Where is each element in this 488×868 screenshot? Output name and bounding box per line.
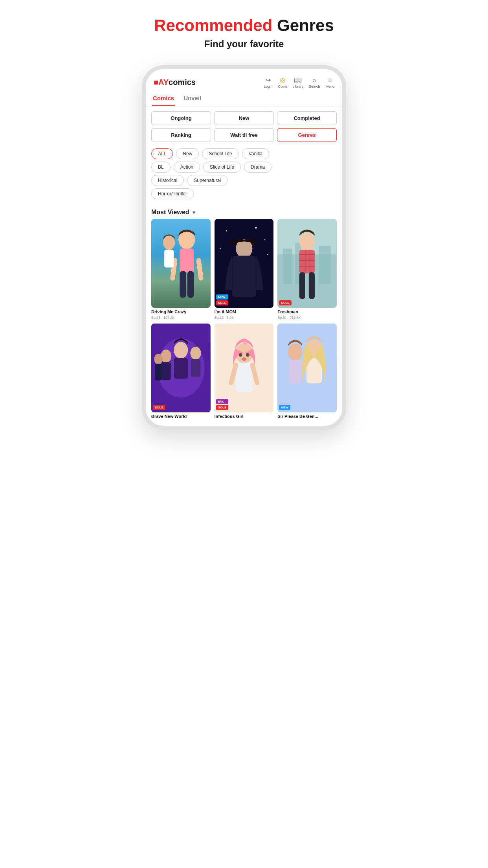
logo-red: ■AY (154, 78, 169, 86)
coins-icon: ◎ (280, 76, 285, 84)
comic-title-bnw: Brave New World (151, 414, 211, 419)
genre-action[interactable]: Action (174, 162, 200, 173)
section-header: Most Viewed ▾ (146, 204, 342, 219)
filter-completed[interactable]: Completed (277, 111, 337, 125)
comic-card-im-a-mom[interactable]: NEW SOLE I'm A MOM Ep.13 · 3.9K (215, 219, 274, 320)
comic-title-dmc: Driving Me Crazy (151, 309, 211, 314)
svg-line-4 (199, 261, 201, 278)
comic-card-brave-new-world[interactable]: SOLE Brave New World (151, 324, 211, 420)
svg-rect-40 (155, 364, 162, 381)
svg-point-54 (288, 344, 302, 360)
login-nav[interactable]: ↪ Login (264, 76, 272, 88)
filter-wait-til-free[interactable]: Wait til free (214, 128, 274, 142)
comic-title-infectious: Infectious Girl (215, 414, 274, 419)
svg-rect-23 (299, 250, 315, 274)
genre-vanilla[interactable]: Vanilla (242, 148, 269, 159)
genre-row-3: Historical Supernatural (151, 175, 337, 186)
comic-card-driving-me-crazy[interactable]: Driving Me Crazy Ep.73 · 107.2K (151, 219, 211, 320)
svg-rect-6 (187, 271, 194, 298)
login-label: Login (264, 85, 272, 88)
comic-thumb-infectious-girl: END SOLE (215, 324, 274, 412)
comic-thumb-freshman: SOLE (277, 219, 337, 308)
svg-point-35 (161, 350, 171, 363)
comic-meta-freshman: Ep.51 · 752.5K (277, 316, 337, 320)
comic-thumb-brave-new-world: SOLE (151, 324, 211, 412)
page-subtitle: Find your favorite (154, 39, 334, 50)
tab-bar: Comics Unveil (146, 92, 342, 107)
badge-sole-bnw: SOLE (153, 405, 165, 410)
badge-sole-infectious: SOLE (216, 405, 229, 410)
svg-rect-1 (180, 249, 194, 272)
filter-new[interactable]: New (214, 111, 274, 125)
filter-ongoing[interactable]: Ongoing (151, 111, 211, 125)
library-nav[interactable]: 📖 Library (292, 76, 303, 88)
genre-row-2: BL Action Slice of Life Drama (151, 162, 337, 173)
svg-rect-29 (299, 272, 305, 299)
coins-nav[interactable]: ◎ Coins (278, 76, 287, 88)
svg-rect-5 (180, 271, 186, 298)
menu-label: Menu (325, 85, 334, 88)
genre-row-1: ALL New School Life Vanilla (151, 148, 337, 159)
comic-card-freshman[interactable]: SOLE Freshman Ep.51 · 752.5K (277, 219, 337, 320)
genre-supernatural[interactable]: Supernatural (187, 175, 227, 186)
svg-point-2 (178, 232, 195, 248)
badge-new-mom: NEW (216, 294, 229, 300)
genre-historical[interactable]: Historical (151, 175, 184, 186)
genre-bl[interactable]: BL (151, 162, 171, 173)
tab-unveil[interactable]: Unveil (183, 92, 202, 106)
tab-comics[interactable]: Comics (152, 92, 175, 106)
svg-point-33 (174, 342, 188, 359)
comic-title-freshman: Freshman (277, 309, 337, 314)
comic-meta-dmc: Ep.73 · 107.2K (151, 316, 211, 320)
comic-grid: Driving Me Crazy Ep.73 · 107.2K (146, 219, 342, 426)
svg-rect-16 (232, 256, 256, 297)
genre-new[interactable]: New (176, 148, 199, 159)
svg-rect-30 (309, 272, 315, 299)
svg-rect-36 (161, 362, 171, 380)
svg-point-22 (299, 233, 315, 250)
genre-drama[interactable]: Drama (244, 162, 272, 173)
badge-container-freshman: SOLE (279, 300, 292, 305)
login-icon: ↪ (266, 76, 271, 84)
svg-rect-19 (283, 249, 292, 284)
genre-school-life[interactable]: School Life (202, 148, 238, 159)
search-nav[interactable]: ⌕ Search (309, 77, 320, 88)
badge-new-sir: NEW (279, 405, 290, 410)
comic-title-mom: I'm A MOM (215, 309, 274, 314)
coins-label: Coins (278, 85, 287, 88)
svg-rect-8 (164, 250, 174, 268)
comic-card-sir-please[interactable]: NEW Sir Please Be Gen... (277, 324, 337, 420)
comic-title-sir: Sir Please Be Gen... (277, 414, 337, 419)
genre-section: ALL New School Life Vanilla BL Action Sl… (146, 144, 342, 204)
menu-nav[interactable]: ≡ Menu (325, 77, 334, 88)
genre-all[interactable]: ALL (151, 148, 173, 159)
phone-shell: ■AYcomics ↪ Login ◎ Coins 📖 Library ⌕ Se… (142, 65, 346, 430)
svg-point-7 (163, 236, 175, 250)
svg-point-12 (264, 239, 265, 241)
phone-screen: ■AYcomics ↪ Login ◎ Coins 📖 Library ⌕ Se… (146, 69, 342, 426)
svg-point-43 (243, 340, 248, 345)
svg-point-11 (255, 227, 257, 229)
filter-ranking[interactable]: Ranking (151, 128, 211, 142)
svg-point-49 (242, 357, 246, 361)
badge-container-bnw: SOLE (153, 405, 165, 410)
chevron-down-icon[interactable]: ▾ (193, 209, 195, 215)
app-logo: ■AYcomics (154, 78, 196, 87)
genre-row-4: Horror/Thriller (151, 188, 337, 199)
svg-rect-21 (319, 246, 331, 284)
library-icon: 📖 (294, 76, 302, 84)
nav-icons: ↪ Login ◎ Coins 📖 Library ⌕ Search ≡ (264, 76, 334, 88)
genre-slice-of-life[interactable]: Slice of Life (203, 162, 241, 173)
library-label: Library (292, 85, 303, 88)
genre-horror-thriller[interactable]: Horror/Thriller (151, 188, 194, 199)
section-title: Most Viewed (151, 209, 189, 216)
svg-point-48 (246, 353, 250, 357)
svg-point-14 (267, 254, 268, 255)
badge-container-mom: NEW SOLE (216, 294, 229, 305)
search-label: Search (309, 85, 320, 88)
menu-icon: ≡ (328, 77, 332, 84)
comic-card-infectious-girl[interactable]: END SOLE Infectious Girl (215, 324, 274, 420)
filter-genres[interactable]: Genres (277, 128, 337, 142)
badge-container-sir: NEW (279, 405, 290, 410)
comic-thumb-sir-please: NEW (277, 324, 337, 412)
